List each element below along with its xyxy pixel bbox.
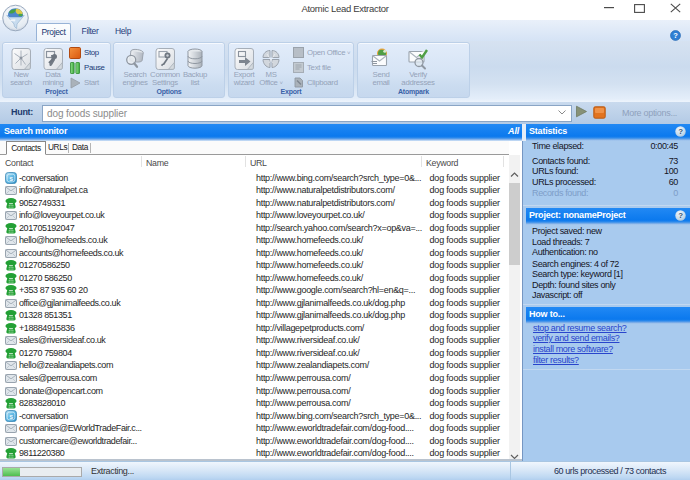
- svg-text:s: s: [9, 175, 13, 182]
- svg-text:s: s: [9, 413, 13, 420]
- svg-text:?: ?: [673, 31, 678, 40]
- svg-text:?: ?: [678, 211, 683, 220]
